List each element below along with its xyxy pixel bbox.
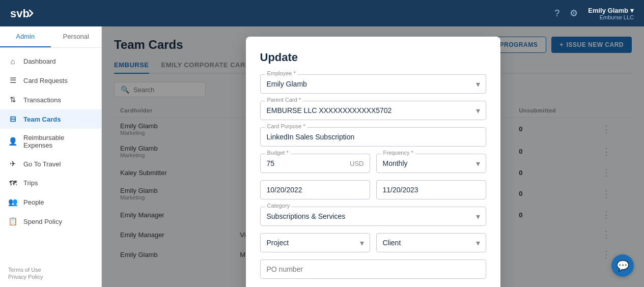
team-cards-icon: ⊟ xyxy=(8,114,17,124)
sidebar-item-label: Team Cards xyxy=(23,116,61,123)
frequency-field: Frequency * Monthly Weekly Daily Yearly … xyxy=(376,154,486,173)
sidebar-footer: Terms of Use Privacy Policy xyxy=(0,261,101,287)
frequency-label: Frequency * xyxy=(381,150,415,156)
sidebar-item-label: Go To Travel xyxy=(23,160,61,168)
sidebar-nav: ⌂ Dashboard ☰ Card Requests ⇅ Transactio… xyxy=(0,48,101,261)
frequency-select[interactable]: Monthly Weekly Daily Yearly xyxy=(376,154,486,173)
sidebar-item-travel[interactable]: ✈ Go To Travel xyxy=(0,154,101,174)
budget-label: Budget * xyxy=(265,150,291,156)
people-icon: 👥 xyxy=(8,197,17,207)
travel-icon: ✈ xyxy=(8,159,17,168)
parent-card-label: Parent Card * xyxy=(265,97,303,103)
employee-label: Employee * xyxy=(265,70,298,76)
start-date-field xyxy=(260,180,370,199)
sidebar-item-label: Dashboard xyxy=(23,58,56,65)
chat-bubble[interactable]: 💬 xyxy=(611,254,634,277)
top-nav: svb ? ⚙ Emily Glamb ▾ Emburse LLC xyxy=(0,0,644,26)
user-name: Emily Glamb ▾ xyxy=(588,7,634,14)
sidebar-item-card-requests[interactable]: ☰ Card Requests xyxy=(0,71,101,90)
help-icon[interactable]: ? xyxy=(554,8,559,19)
sidebar-item-reimbursable[interactable]: 👤 Reimbursable Expenses xyxy=(0,129,101,154)
privacy-link[interactable]: Privacy Policy xyxy=(8,274,93,280)
client-select[interactable]: Client xyxy=(376,233,486,252)
home-icon: ⌂ xyxy=(8,57,17,66)
chat-icon: 💬 xyxy=(617,260,629,272)
modal-overlay: Update Employee * Emily Glamb ▾ Parent C… xyxy=(102,26,644,287)
category-select[interactable]: Subscriptions & Services Marketing & Adv… xyxy=(260,207,486,226)
end-date-input[interactable] xyxy=(376,180,486,199)
start-date-input[interactable] xyxy=(260,180,370,199)
spend-policy-icon: 📋 xyxy=(8,217,17,226)
trips-icon: 🗺 xyxy=(8,179,17,187)
modal-title: Update xyxy=(260,51,486,64)
tab-admin[interactable]: Admin xyxy=(0,26,51,47)
category-label: Category xyxy=(265,203,292,209)
project-client-row: Project ▾ Client ▾ xyxy=(260,233,486,260)
category-field: Category Subscriptions & Services Market… xyxy=(260,207,486,226)
sidebar-tabs: Admin Personal xyxy=(0,26,101,48)
transactions-icon: ⇅ xyxy=(8,95,17,104)
card-purpose-input[interactable] xyxy=(260,127,486,147)
top-nav-right: ? ⚙ Emily Glamb ▾ Emburse LLC xyxy=(554,7,634,20)
update-modal: Update Employee * Emily Glamb ▾ Parent C… xyxy=(246,37,500,287)
parent-card-select[interactable]: EMBURSE LLC XXXXXXXXXXXX5702 xyxy=(260,101,486,120)
sidebar-item-trips[interactable]: 🗺 Trips xyxy=(0,174,101,192)
parent-card-field: Parent Card * EMBURSE LLC XXXXXXXXXXXX57… xyxy=(260,101,486,120)
po-number-field xyxy=(260,260,486,279)
sidebar-item-label: Transactions xyxy=(23,96,61,104)
logo: svb xyxy=(10,6,35,20)
card-purpose-field: Card Purpose * xyxy=(260,127,486,147)
project-field: Project ▾ xyxy=(260,233,370,252)
dates-row xyxy=(260,180,486,207)
po-number-input[interactable] xyxy=(260,260,486,279)
sidebar-item-label: Reimbursable Expenses xyxy=(23,134,93,149)
terms-link[interactable]: Terms of Use xyxy=(8,267,93,273)
client-field: Client ▾ xyxy=(376,233,486,252)
employee-select[interactable]: Emily Glamb xyxy=(260,74,486,94)
sidebar-item-label: Spend Policy xyxy=(23,218,62,225)
budget-frequency-row: Budget * USD Frequency * Monthly Weekly … xyxy=(260,154,486,180)
sidebar-item-transactions[interactable]: ⇅ Transactions xyxy=(0,90,101,109)
user-company: Emburse LLC xyxy=(588,14,634,20)
reimbursable-icon: 👤 xyxy=(8,137,17,146)
sidebar-item-spend-policy[interactable]: 📋 Spend Policy xyxy=(0,212,101,231)
sidebar-item-label: People xyxy=(23,198,44,206)
main-content: Team Cards MANAGE CARD PROGRAMS + ISSUE … xyxy=(102,26,644,287)
svg-text:svb: svb xyxy=(10,7,30,20)
budget-field: Budget * USD xyxy=(260,154,370,173)
sidebar-item-people[interactable]: 👥 People xyxy=(0,192,101,212)
sidebar-item-label: Trips xyxy=(23,179,38,187)
sidebar-item-dashboard[interactable]: ⌂ Dashboard xyxy=(0,52,101,71)
project-select[interactable]: Project xyxy=(260,233,370,252)
user-menu[interactable]: Emily Glamb ▾ Emburse LLC xyxy=(588,7,634,20)
card-requests-icon: ☰ xyxy=(8,76,17,85)
tab-personal[interactable]: Personal xyxy=(51,26,102,47)
settings-icon[interactable]: ⚙ xyxy=(570,8,578,19)
currency-label: USD xyxy=(350,160,363,167)
end-date-field xyxy=(376,180,486,199)
sidebar: Admin Personal ⌂ Dashboard ☰ Card Reques… xyxy=(0,26,102,287)
employee-field: Employee * Emily Glamb ▾ xyxy=(260,74,486,94)
card-purpose-label: Card Purpose * xyxy=(265,123,307,129)
sidebar-item-label: Card Requests xyxy=(23,77,68,84)
sidebar-item-team-cards[interactable]: ⊟ Team Cards xyxy=(0,109,101,129)
